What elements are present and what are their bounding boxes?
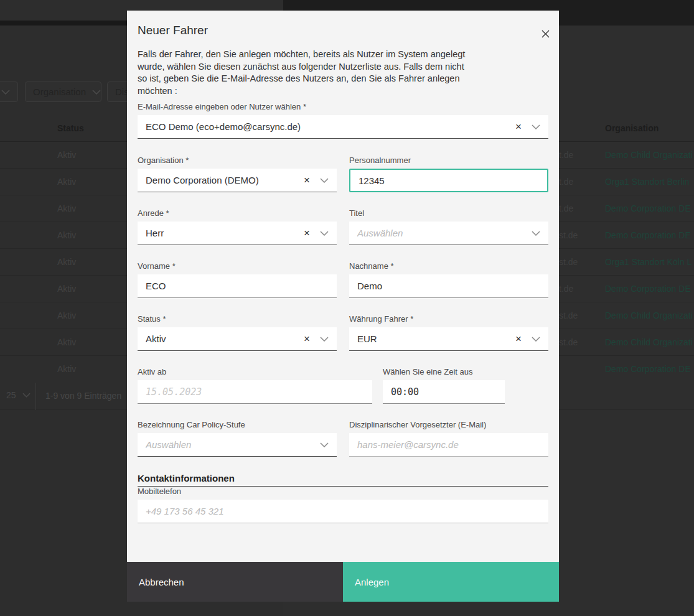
clear-icon[interactable]: × [304,228,310,238]
close-button[interactable] [540,28,551,39]
status-select[interactable]: Aktiv × [138,327,337,351]
anrede-select[interactable]: Herr × [138,222,337,245]
organisation-select[interactable]: Demo Corporation (DEMO) × [138,169,337,192]
email-cell: st.de [559,310,578,320]
pagination-range-text: 1-9 von 9 Einträgen [45,391,121,401]
filter-chip-organisation: Organisation [25,82,101,102]
chevron-down-icon [92,90,101,95]
chevron-down-icon[interactable] [532,231,540,236]
chevron-down-icon [22,393,30,398]
aktiv-ab-label: Aktiv ab [138,367,372,376]
organisation-link: Demo Corporation DE [605,364,691,374]
chevron-down-icon[interactable] [320,442,329,447]
email-user-select[interactable]: ECO Demo (eco+demo@carsync.de) × [138,115,548,139]
personalnummer-label: Personalnummer [349,156,548,165]
email-select-label: E-Mail-Adresse eingeben oder Nutzer wähl… [138,102,548,111]
clear-icon[interactable]: × [304,334,310,344]
modal-body: Neuer Fahrer Falls der Fahrer, den Sie a… [127,11,559,562]
car-policy-select[interactable]: Auswählen [138,433,337,457]
modal-title: Neuer Fahrer [138,24,548,37]
chevron-down-icon[interactable] [532,337,540,342]
divider [35,383,36,410]
chevron-down-icon[interactable] [532,124,540,129]
email-cell: st.de [559,230,578,240]
chevron-down-icon[interactable] [320,337,329,342]
status-cell: Aktiv [57,230,76,240]
chevron-down-icon[interactable] [320,178,329,183]
page-size-select: 25 [6,390,30,400]
anrede-value: Herr [146,228,304,238]
titel-label: Titel [349,208,548,218]
status-cell: Aktiv [57,364,76,374]
status-cell: Aktiv [57,257,76,267]
clear-icon[interactable]: × [515,334,522,344]
waehrung-label: Währung Fahrer * [349,314,548,324]
status-cell: Aktiv [57,284,76,294]
filter-chip-label: Organisation [33,86,86,97]
aktiv-ab-date-input[interactable] [138,380,372,404]
organisation-value: Demo Corporation (DEMO) [146,175,304,185]
mobiltelefon-label: Mobiltelefon [138,487,548,496]
status-cell: Aktiv [57,150,76,160]
organisation-link: Demo Child Organizati [605,150,693,160]
close-icon [542,30,550,38]
car-policy-label: Bezeichnung Car Policy-Stufe [138,420,337,429]
organisation-link: Demo Corporation DE [605,284,691,294]
zeit-label: Wählen Sie eine Zeit aus [383,367,505,376]
status-value: Aktiv [146,334,304,344]
status-cell: Aktiv [57,177,76,187]
organisation-link: Demo Child Organizati [605,337,693,347]
page-size-value: 25 [6,390,16,400]
email-cell: t.de [559,177,573,187]
waehrung-value: EUR [357,334,515,344]
nachname-input[interactable] [349,274,548,298]
clear-icon[interactable]: × [304,175,310,185]
modal-intro-text: Falls der Fahrer, den Sie anlegen möchte… [138,49,466,97]
modal-footer: Abbrechen Anlegen [127,562,559,602]
organisation-label: Organisation * [138,156,337,165]
titel-placeholder: Auswählen [357,228,532,238]
app-window: Organisation Disz Status Organisation Ak… [0,0,694,616]
email-cell: t.de [559,284,573,294]
waehrung-select[interactable]: EUR × [349,327,548,351]
chevron-down-icon[interactable] [320,231,329,236]
submit-button[interactable]: Anlegen [343,562,559,602]
column-header-organisation: Organisation [605,123,659,133]
vorname-input[interactable] [138,274,337,298]
vorname-label: Vorname * [138,261,337,271]
column-header-status: Status [57,123,84,133]
organisation-link: Orga1 Standort Köln L [605,257,692,267]
car-policy-placeholder: Auswählen [146,439,320,450]
status-label: Status * [138,314,337,324]
mobiltelefon-input[interactable] [138,500,548,523]
cancel-button[interactable]: Abbrechen [127,562,343,602]
status-cell: Aktiv [57,310,76,320]
clear-icon[interactable]: × [515,121,522,132]
vorgesetzter-label: Disziplinarischer Vorgesetzter (E-Mail) [349,420,548,429]
personalnummer-input[interactable] [349,169,548,192]
zeit-input[interactable] [383,380,505,404]
email-cell: st.de [559,257,578,267]
email-user-value: ECO Demo (eco+demo@carsync.de) [146,121,515,132]
vorgesetzter-input[interactable] [349,433,548,457]
status-cell: Aktiv [57,337,76,347]
anrede-label: Anrede * [138,208,337,218]
contact-section-heading: Kontaktinformationen [138,473,548,487]
new-driver-modal: Neuer Fahrer Falls der Fahrer, den Sie a… [127,11,559,602]
email-cell: t.de [559,203,573,213]
organisation-link: Demo Child Organizati [605,310,693,320]
email-cell: st.de [559,337,578,347]
titel-select[interactable]: Auswählen [349,222,548,245]
status-cell: Aktiv [57,203,76,213]
email-cell: t.de [559,150,573,160]
organisation-link: Orga1 Standort Berlin [605,177,689,187]
filter-chip-partial [0,82,18,102]
nachname-label: Nachname * [349,261,548,271]
organisation-link: Demo Corporation DE [605,230,691,240]
chevron-down-icon [1,90,10,95]
organisation-link: Demo Corporation DE [605,203,691,213]
